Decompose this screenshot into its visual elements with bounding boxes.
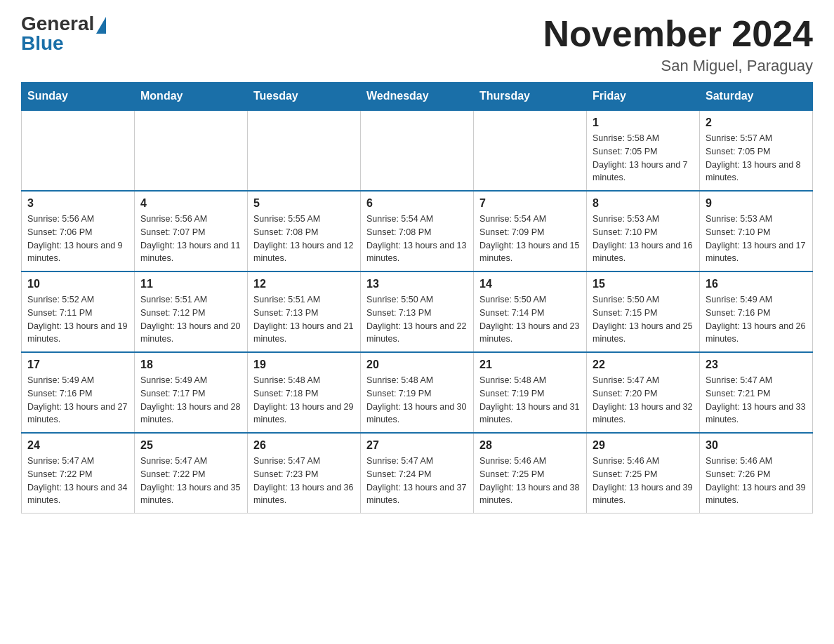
day-number: 17 <box>27 358 128 371</box>
calendar-cell: 22 Sunrise: 5:47 AMSunset: 7:20 PMDaylig… <box>587 352 700 433</box>
calendar-cell <box>248 110 361 191</box>
calendar-cell: 28 Sunrise: 5:46 AMSunset: 7:25 PMDaylig… <box>474 433 587 514</box>
day-number: 3 <box>27 197 128 210</box>
calendar-cell: 3 Sunrise: 5:56 AMSunset: 7:06 PMDayligh… <box>22 191 135 271</box>
week-row-2: 3 Sunrise: 5:56 AMSunset: 7:06 PMDayligh… <box>22 191 813 271</box>
day-info: Sunrise: 5:51 AMSunset: 7:13 PMDaylight:… <box>253 293 355 346</box>
day-info: Sunrise: 5:49 AMSunset: 7:16 PMDaylight:… <box>27 374 128 427</box>
calendar-cell: 7 Sunrise: 5:54 AMSunset: 7:09 PMDayligh… <box>474 191 587 271</box>
page-header: General Blue November 2024 San Miguel, P… <box>21 14 813 75</box>
day-info: Sunrise: 5:54 AMSunset: 7:08 PMDaylight:… <box>366 213 468 265</box>
day-number: 8 <box>593 197 694 210</box>
calendar-cell: 21 Sunrise: 5:48 AMSunset: 7:19 PMDaylig… <box>474 352 587 433</box>
day-number: 11 <box>140 278 241 290</box>
day-number: 22 <box>593 358 694 371</box>
calendar-cell: 27 Sunrise: 5:47 AMSunset: 7:24 PMDaylig… <box>361 433 474 514</box>
week-row-1: 1 Sunrise: 5:58 AMSunset: 7:05 PMDayligh… <box>22 110 813 191</box>
day-info: Sunrise: 5:48 AMSunset: 7:19 PMDaylight:… <box>479 374 581 427</box>
day-info: Sunrise: 5:50 AMSunset: 7:15 PMDaylight:… <box>593 293 694 346</box>
day-info: Sunrise: 5:56 AMSunset: 7:07 PMDaylight:… <box>140 213 241 265</box>
calendar-cell: 24 Sunrise: 5:47 AMSunset: 7:22 PMDaylig… <box>22 433 135 514</box>
day-number: 1 <box>593 116 694 129</box>
month-title: November 2024 <box>543 14 813 54</box>
weekday-header-sunday: Sunday <box>22 83 135 111</box>
calendar-cell: 10 Sunrise: 5:52 AMSunset: 7:11 PMDaylig… <box>22 271 135 352</box>
day-number: 16 <box>706 278 807 290</box>
weekday-header-thursday: Thursday <box>474 83 587 111</box>
day-number: 21 <box>479 358 581 371</box>
day-info: Sunrise: 5:53 AMSunset: 7:10 PMDaylight:… <box>593 213 694 265</box>
day-info: Sunrise: 5:48 AMSunset: 7:18 PMDaylight:… <box>253 374 355 427</box>
title-block: November 2024 San Miguel, Paraguay <box>543 14 813 75</box>
calendar-cell <box>361 110 474 191</box>
calendar-cell: 9 Sunrise: 5:53 AMSunset: 7:10 PMDayligh… <box>700 191 813 271</box>
calendar-cell: 30 Sunrise: 5:46 AMSunset: 7:26 PMDaylig… <box>700 433 813 514</box>
calendar-cell: 15 Sunrise: 5:50 AMSunset: 7:15 PMDaylig… <box>587 271 700 352</box>
calendar-cell: 18 Sunrise: 5:49 AMSunset: 7:17 PMDaylig… <box>135 352 248 433</box>
day-info: Sunrise: 5:46 AMSunset: 7:25 PMDaylight:… <box>479 455 581 507</box>
day-number: 9 <box>706 197 807 210</box>
day-number: 29 <box>593 439 694 452</box>
calendar-cell: 1 Sunrise: 5:58 AMSunset: 7:05 PMDayligh… <box>587 110 700 191</box>
day-info: Sunrise: 5:50 AMSunset: 7:13 PMDaylight:… <box>366 293 468 346</box>
calendar-cell: 6 Sunrise: 5:54 AMSunset: 7:08 PMDayligh… <box>361 191 474 271</box>
weekday-header-monday: Monday <box>135 83 248 111</box>
day-number: 27 <box>366 439 468 452</box>
calendar-cell: 11 Sunrise: 5:51 AMSunset: 7:12 PMDaylig… <box>135 271 248 352</box>
calendar-cell: 19 Sunrise: 5:48 AMSunset: 7:18 PMDaylig… <box>248 352 361 433</box>
day-info: Sunrise: 5:47 AMSunset: 7:20 PMDaylight:… <box>593 374 694 427</box>
day-info: Sunrise: 5:46 AMSunset: 7:26 PMDaylight:… <box>706 455 807 507</box>
calendar-cell: 2 Sunrise: 5:57 AMSunset: 7:05 PMDayligh… <box>700 110 813 191</box>
day-info: Sunrise: 5:47 AMSunset: 7:22 PMDaylight:… <box>27 455 128 507</box>
calendar-cell: 14 Sunrise: 5:50 AMSunset: 7:14 PMDaylig… <box>474 271 587 352</box>
day-info: Sunrise: 5:47 AMSunset: 7:22 PMDaylight:… <box>140 455 241 507</box>
week-row-3: 10 Sunrise: 5:52 AMSunset: 7:11 PMDaylig… <box>22 271 813 352</box>
calendar-cell <box>474 110 587 191</box>
calendar-table: SundayMondayTuesdayWednesdayThursdayFrid… <box>21 82 813 514</box>
calendar-cell: 8 Sunrise: 5:53 AMSunset: 7:10 PMDayligh… <box>587 191 700 271</box>
day-info: Sunrise: 5:48 AMSunset: 7:19 PMDaylight:… <box>366 374 468 427</box>
calendar-cell: 5 Sunrise: 5:55 AMSunset: 7:08 PMDayligh… <box>248 191 361 271</box>
day-number: 10 <box>27 278 128 290</box>
day-info: Sunrise: 5:49 AMSunset: 7:17 PMDaylight:… <box>140 374 241 427</box>
day-number: 26 <box>253 439 355 452</box>
calendar-cell: 26 Sunrise: 5:47 AMSunset: 7:23 PMDaylig… <box>248 433 361 514</box>
calendar-cell: 23 Sunrise: 5:47 AMSunset: 7:21 PMDaylig… <box>700 352 813 433</box>
calendar-cell: 16 Sunrise: 5:49 AMSunset: 7:16 PMDaylig… <box>700 271 813 352</box>
day-info: Sunrise: 5:52 AMSunset: 7:11 PMDaylight:… <box>27 293 128 346</box>
day-number: 7 <box>479 197 581 210</box>
calendar-cell: 13 Sunrise: 5:50 AMSunset: 7:13 PMDaylig… <box>361 271 474 352</box>
weekday-header-row: SundayMondayTuesdayWednesdayThursdayFrid… <box>22 83 813 111</box>
day-info: Sunrise: 5:57 AMSunset: 7:05 PMDaylight:… <box>706 132 807 185</box>
day-info: Sunrise: 5:51 AMSunset: 7:12 PMDaylight:… <box>140 293 241 346</box>
location: San Miguel, Paraguay <box>543 57 813 75</box>
day-number: 30 <box>706 439 807 452</box>
day-info: Sunrise: 5:49 AMSunset: 7:16 PMDaylight:… <box>706 293 807 346</box>
day-number: 28 <box>479 439 581 452</box>
day-info: Sunrise: 5:47 AMSunset: 7:23 PMDaylight:… <box>253 455 355 507</box>
calendar-cell <box>22 110 135 191</box>
calendar-cell: 25 Sunrise: 5:47 AMSunset: 7:22 PMDaylig… <box>135 433 248 514</box>
logo: General Blue <box>21 14 106 53</box>
calendar-cell: 4 Sunrise: 5:56 AMSunset: 7:07 PMDayligh… <box>135 191 248 271</box>
weekday-header-tuesday: Tuesday <box>248 83 361 111</box>
calendar-cell <box>135 110 248 191</box>
day-number: 19 <box>253 358 355 371</box>
weekday-header-friday: Friday <box>587 83 700 111</box>
day-number: 5 <box>253 197 355 210</box>
logo-blue-text: Blue <box>21 34 64 53</box>
day-info: Sunrise: 5:58 AMSunset: 7:05 PMDaylight:… <box>593 132 694 185</box>
day-number: 20 <box>366 358 468 371</box>
day-info: Sunrise: 5:47 AMSunset: 7:21 PMDaylight:… <box>706 374 807 427</box>
day-info: Sunrise: 5:56 AMSunset: 7:06 PMDaylight:… <box>27 213 128 265</box>
calendar-cell: 20 Sunrise: 5:48 AMSunset: 7:19 PMDaylig… <box>361 352 474 433</box>
day-info: Sunrise: 5:47 AMSunset: 7:24 PMDaylight:… <box>366 455 468 507</box>
weekday-header-saturday: Saturday <box>700 83 813 111</box>
day-info: Sunrise: 5:55 AMSunset: 7:08 PMDaylight:… <box>253 213 355 265</box>
day-number: 24 <box>27 439 128 452</box>
day-number: 18 <box>140 358 241 371</box>
calendar-cell: 12 Sunrise: 5:51 AMSunset: 7:13 PMDaylig… <box>248 271 361 352</box>
day-info: Sunrise: 5:53 AMSunset: 7:10 PMDaylight:… <box>706 213 807 265</box>
calendar-cell: 29 Sunrise: 5:46 AMSunset: 7:25 PMDaylig… <box>587 433 700 514</box>
day-number: 23 <box>706 358 807 371</box>
